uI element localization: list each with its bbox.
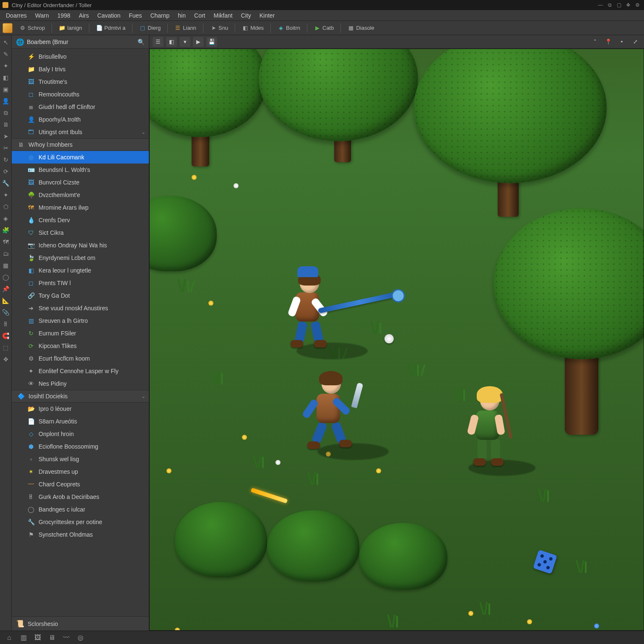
- sidebar-item-crenfs-derv[interactable]: 💧Crenfs Derv: [12, 214, 149, 226]
- status-image-icon[interactable]: 🖼: [33, 633, 43, 642]
- status-panel-icon[interactable]: ▥: [18, 633, 29, 642]
- sidebar-item-kd-lili-cacomank[interactable]: ◎Kd Lili Cacomank: [12, 151, 149, 164]
- toolbar-pdmtvi-a[interactable]: 📄Pdmtvi a: [93, 23, 129, 33]
- sidebar-item-prents-tiw-l[interactable]: ◻Prents TIW l: [12, 277, 149, 289]
- sidebar-item-eurnum-fsiler[interactable]: ↻Eurnum FSiler: [12, 327, 149, 340]
- viewport-cube-icon[interactable]: ◧: [166, 37, 177, 47]
- toolstrip-button-8[interactable]: ➤: [1, 132, 10, 141]
- toolstrip-button-11[interactable]: ⟳: [1, 167, 10, 176]
- status-target-icon[interactable]: ◎: [75, 633, 86, 642]
- sidebar-item-ipro-0-l-ouer[interactable]: 📂Ipro 0 léouer: [12, 402, 149, 415]
- sidebar-item-troutitme-s[interactable]: 🖼Troutitme's: [12, 75, 149, 88]
- misc-window-button-1[interactable]: ⧉: [605, 1, 614, 9]
- sidebar-item-sne-vuud-nnoskf-anustire[interactable]: ➔Sne vuud nnoskf Anustires: [12, 302, 149, 314]
- menu-fues[interactable]: Fues: [125, 11, 146, 20]
- sidebar-item-mromine-arars-ilwp[interactable]: 🗺Mromine Arars ilwp: [12, 201, 149, 214]
- sidebar-item-synstchent-olndmas[interactable]: ⚑Synstchent Olndmas: [12, 528, 149, 541]
- sidebar-item-dravestmes-up[interactable]: ✶Dravestmes up: [12, 465, 149, 478]
- menu-warn[interactable]: Warn: [31, 11, 53, 20]
- toolstrip-button-16[interactable]: 🧩: [1, 226, 10, 235]
- toolstrip-button-25[interactable]: 🧲: [1, 331, 10, 340]
- sidebar-item-tory-ga-dot[interactable]: 🔗Tory Ga Dot: [12, 289, 149, 302]
- viewport-save-icon[interactable]: 💾: [206, 37, 217, 47]
- status-home-icon[interactable]: ⌂: [4, 633, 14, 642]
- sidebar-item-enyrdynemi-lcbet-om[interactable]: 🍃Enyrdynemi Lcbet om: [12, 252, 149, 264]
- sidebar-item-kera-leour-l-ungtetle[interactable]: ◧Kera leour l ungtetle: [12, 264, 149, 277]
- toolbar-boitrn[interactable]: ◈Boitrn: [274, 23, 304, 33]
- toolstrip-button-21[interactable]: 📌: [1, 284, 10, 293]
- sidebar-item-beundsnl-l-wolth-s[interactable]: 🪪Beundsnl L. Wolth's: [12, 164, 149, 176]
- sidebar-item-chard-ceoprets[interactable]: 〰Chard Ceoprets: [12, 478, 149, 491]
- toolstrip-button-2[interactable]: ✦: [1, 61, 10, 70]
- toolstrip-button-27[interactable]: ✥: [1, 355, 10, 364]
- sidebar-item-ecurt-flocflcm-koom[interactable]: ⚙Ecurt flocflcm koom: [12, 352, 149, 365]
- minimize-button[interactable]: —: [596, 1, 605, 9]
- sidebar-item-nes-pidiny[interactable]: 👁Nes Pidiny: [12, 377, 149, 390]
- sidebar-item-bpoorhy-a-trolth[interactable]: 👤Bpoorhy/A.trolth: [12, 113, 149, 126]
- toolbar-liann[interactable]: ☰Liann: [171, 23, 200, 33]
- menu-kinter[interactable]: Kinter: [255, 11, 279, 20]
- menu-airs[interactable]: Airs: [75, 11, 93, 20]
- sidebar-item-eonlitef-cennohe-lasper-[interactable]: ✦Eonlitef Cennohe Lasper w Fly: [12, 365, 149, 377]
- toolstrip-button-23[interactable]: 📎: [1, 308, 10, 317]
- toolstrip-button-4[interactable]: ▣: [1, 85, 10, 94]
- sidebar-item-w-hoy-l-mohbers[interactable]: 🗎W/hoy l:mohbers: [12, 138, 149, 151]
- sidebar-item-bunvcrol-cizste[interactable]: 🖼Bunvcrol Cizste: [12, 176, 149, 189]
- toolstrip-button-13[interactable]: ✦: [1, 190, 10, 200]
- menu-cort[interactable]: Cort: [190, 11, 209, 20]
- menu-hin[interactable]: hin: [174, 11, 190, 20]
- sidebar-item-onplont-hroin[interactable]: ◇Onplont hroin: [12, 428, 149, 440]
- sidebar-item-remoolncouths[interactable]: ◻Remoolncouths: [12, 88, 149, 101]
- status-wave-icon[interactable]: 〰: [61, 633, 71, 642]
- viewport-layers-icon[interactable]: ☰: [153, 37, 164, 47]
- sidebar-item-icheno-ondray-nai-wa-his[interactable]: 📷Icheno Ondray Nai Wa his: [12, 239, 149, 252]
- toolstrip-button-20[interactable]: ◯: [1, 273, 10, 282]
- toolstrip-button-10[interactable]: ↻: [1, 155, 10, 164]
- toolstrip-button-12[interactable]: 🔧: [1, 179, 10, 188]
- viewport-expand-icon[interactable]: ⤢: [630, 37, 641, 47]
- sidebar-item-grocyritteslex-per-ootin[interactable]: 🔧Grocyritteslex per ootine: [12, 516, 149, 528]
- sidebar-item-iosihtl-dociekis[interactable]: 🔷Iosihtl Dociekis⌄: [12, 390, 149, 402]
- toolstrip-button-1[interactable]: ✎: [1, 49, 10, 59]
- sidebar-item-bandnges-c-iulcar[interactable]: ◯Bandnges c iulcar: [12, 503, 149, 516]
- toolstrip-button-14[interactable]: ⬡: [1, 202, 10, 211]
- maximize-button[interactable]: ▢: [615, 1, 623, 9]
- toolbar-catb[interactable]: ▶Catb: [311, 23, 337, 33]
- toolstrip-button-3[interactable]: ◧: [1, 73, 10, 82]
- status-monitor-icon[interactable]: 🖥: [47, 633, 57, 642]
- toolbar-ianign[interactable]: 📁Ianign: [55, 23, 85, 33]
- toolbar-mdes[interactable]: ◧Mdes: [239, 23, 267, 33]
- menu-doarres[interactable]: Doarres: [2, 11, 31, 20]
- toolbar-diasole[interactable]: ▦Diasole: [344, 23, 377, 33]
- menu-charnp[interactable]: Charnp: [146, 11, 174, 20]
- sidebar-item-brisullellvo[interactable]: ⚡Brisullellvo: [12, 50, 149, 63]
- sidebar-item-baly-i-trivs[interactable]: 📁Baly I trivs: [12, 63, 149, 75]
- sidebar-item-utingst-omt-ibuls[interactable]: 🗔Utingst omt Ibuls⌄: [12, 126, 149, 138]
- sidebar-item-dvzcthemlomt-e[interactable]: 🌳Dvzcthemlomt'e: [12, 189, 149, 201]
- viewport[interactable]: [149, 49, 644, 631]
- toolstrip-button-17[interactable]: 🗺: [1, 237, 10, 247]
- viewport-chevron-down-icon[interactable]: ▾: [179, 37, 190, 47]
- toolstrip-button-0[interactable]: ↖: [1, 38, 10, 47]
- sidebar-item-s8arn-arue-tis[interactable]: 📄S8arn Arueótis: [12, 415, 149, 428]
- close-button[interactable]: ⚙: [633, 1, 641, 9]
- toolstrip-button-18[interactable]: 🗂: [1, 249, 10, 258]
- toolstrip-button-15[interactable]: ◈: [1, 214, 10, 223]
- toolstrip-button-6[interactable]: ⧉: [1, 108, 10, 117]
- toolstrip-button-26[interactable]: ⬚: [1, 343, 10, 352]
- menu-1998[interactable]: 1998: [53, 11, 75, 20]
- toolstrip-button-22[interactable]: 📐: [1, 296, 10, 305]
- sidebar-item-gurk-arob-a-deciribaes[interactable]: 🎚Gurk Arob a Deciribaes: [12, 491, 149, 503]
- toolstrip-button-5[interactable]: 👤: [1, 96, 10, 106]
- sidebar-item-giudrl-hedl-off-clinftor[interactable]: ≣Giudrl hedl off Clinftor: [12, 101, 149, 113]
- sidebar-footer[interactable]: 📜 Sclorshesio: [12, 616, 149, 631]
- viewport-pin-icon[interactable]: 📍: [603, 37, 614, 47]
- menu-city[interactable]: City: [237, 11, 255, 20]
- toolstrip-button-24[interactable]: 🎚: [1, 319, 10, 329]
- sidebar-item-shunsk-wel-lisg[interactable]: ▫Shunsk wel lisg: [12, 453, 149, 465]
- toolbar-snu[interactable]: ➤Snu: [207, 23, 231, 33]
- toolstrip-button-9[interactable]: ✂: [1, 143, 10, 153]
- toolbar-dierg[interactable]: ▢Dierg: [136, 23, 164, 33]
- menu-cavation[interactable]: Cavation: [93, 11, 125, 20]
- sidebar-item-kipcoan-tlikes[interactable]: ⟳Kipcoan Tlikes: [12, 340, 149, 352]
